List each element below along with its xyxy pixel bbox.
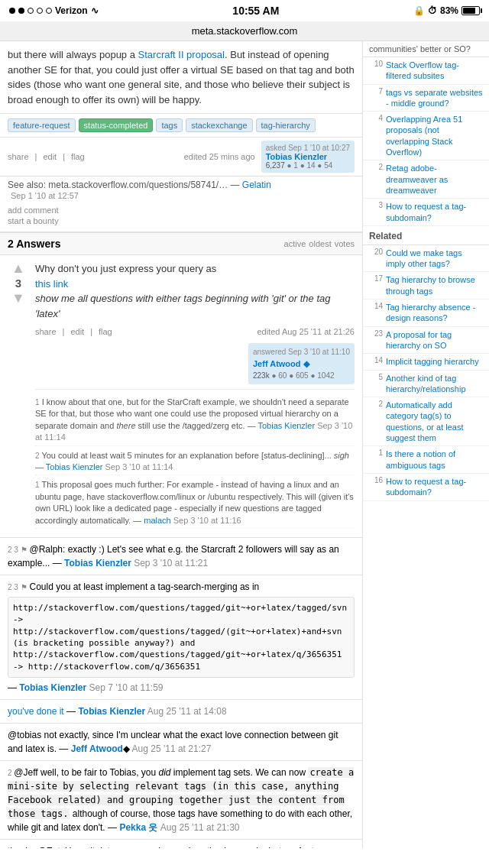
jeff-comment-author[interactable]: Jeff Atwood (71, 743, 123, 754)
sidebar-link-0[interactable]: Stack Overflow tag-filtered subsites (386, 60, 483, 82)
related-item-1: 17 Tag hierarchy to browse through tags (363, 272, 489, 300)
wifi-icon: ∿ (91, 5, 99, 16)
dot2 (18, 8, 24, 14)
tab-active[interactable]: active (284, 239, 306, 248)
sidebar-link-3[interactable]: Retag adobe-dreamweaver as dreamweaver (386, 163, 483, 196)
sidebar-link-1[interactable]: tags vs separate websites - middle groun… (386, 87, 483, 109)
add-comment-link[interactable]: add comment (8, 206, 355, 215)
post-author[interactable]: Tobias Kienzler (266, 152, 327, 161)
comment-author-1-2[interactable]: Tobias Kienzler (46, 462, 103, 471)
tag-tag-hierarchy[interactable]: tag-hierarchy (256, 118, 316, 132)
post-links: add comment start a bounty (0, 202, 362, 232)
tag-tags[interactable]: tags (156, 118, 183, 132)
related-link-1[interactable]: Tag hierarchy to browse through tags (386, 274, 483, 296)
tab-oldest[interactable]: oldest (309, 239, 331, 248)
edit-link[interactable]: edit (43, 152, 57, 161)
comment-num-ralph: 2 3 ⚑ (8, 546, 29, 554)
related-count-6: 2 (369, 400, 383, 408)
comment-author-1-3[interactable]: malach (144, 516, 170, 525)
tag-stackexchange[interactable]: stackexchange (186, 118, 252, 132)
comment-author-ralph[interactable]: Tobias Kienzler (64, 558, 131, 568)
start-bounty-link[interactable]: start a bounty (8, 216, 355, 225)
code-block-1: http://stackoverflow.com/questions/tagge… (8, 597, 355, 678)
sidebar-link-2[interactable]: Overlapping Area 51 proposals (not overl… (386, 114, 483, 157)
comment-1-1: 1 I know about that one, but for the Sta… (35, 395, 355, 446)
main-layout: but there will always popup a Starcraft … (0, 41, 489, 848)
time-display: 10:55 AM (232, 5, 279, 17)
answer-edited: edited Aug 25 '11 at 21:26 (257, 326, 355, 338)
this-link[interactable]: this link (35, 278, 68, 290)
tab-votes[interactable]: votes (335, 239, 355, 248)
vote-down-1[interactable]: ▼ (11, 291, 25, 305)
vote-up-1[interactable]: ▲ (11, 261, 25, 275)
related-link-5[interactable]: Another kind of tag hierarchy/relationsh… (386, 373, 483, 395)
pekka-author[interactable]: Pekka 웃 (119, 822, 157, 833)
comment-author-1-1[interactable]: Tobias Kienzler (258, 421, 316, 430)
related-item-5: 5 Another kind of tag hierarchy/relation… (363, 371, 489, 398)
url-bar[interactable]: meta.stackoverflow.com (0, 21, 489, 41)
answer-author-1[interactable]: Jeff Atwood ◆ (253, 359, 309, 368)
answered-label: answered Sep 3 '10 at 11:10 (253, 346, 350, 358)
answer-2-block: 2 3 ⚑ Could you at least implement a tag… (0, 575, 362, 700)
thanks-text: thanks @Eat. Yes, git+latex was maybe a … (8, 846, 330, 848)
answer-body-1: Why don't you just express your query as… (35, 261, 355, 531)
battery-percent: 83% (440, 5, 458, 16)
sidebar-count-4: 3 (369, 201, 383, 209)
answers-tabs: active oldest votes (284, 239, 355, 248)
sidebar-partial-text: communities' better or SO? (369, 44, 471, 53)
share-link[interactable]: share (8, 152, 29, 161)
related-link-3[interactable]: A proposal for tag hierarchy on SO (386, 329, 483, 351)
sidebar-item-4: 3 How to request a tag-subdomain? (363, 199, 489, 226)
sidebar-item-1: 7 tags vs separate websites - middle gro… (363, 85, 489, 112)
timer-icon: ⏱ (428, 5, 437, 16)
dot4 (37, 8, 43, 14)
related-link-4[interactable]: Implicit tagging hierarchy (386, 356, 479, 367)
dot3 (28, 8, 34, 14)
answer-share-link[interactable]: share (35, 326, 57, 338)
related-item-4: 14 Implicit tagging hierarchy (363, 354, 489, 370)
related-count-4: 14 (369, 356, 383, 364)
related-count-1: 17 (369, 274, 383, 283)
related-link-2[interactable]: Tag hierarchy absence - design reasons? (386, 302, 483, 324)
tag-feature-request[interactable]: feature-request (8, 118, 76, 132)
related-count-8: 16 (369, 476, 383, 484)
dot1 (9, 8, 15, 14)
sidebar-count-3: 2 (369, 163, 383, 171)
related-link-7[interactable]: Is there a notion of ambiguous tags (386, 449, 483, 471)
flag-link[interactable]: flag (71, 152, 85, 161)
answer-1-meta: answered Sep 3 '10 at 11:10 Jeff Atwood … (35, 343, 355, 385)
related-item-2: 14 Tag hierarchy absence - design reason… (363, 300, 489, 327)
divider1: | (35, 152, 37, 161)
starcraft-link[interactable]: Starcraft II proposal (138, 49, 225, 60)
jeff-comment-block: @tobias not exactly, since I'm unclear w… (0, 724, 362, 761)
carrier: Verizon (55, 5, 88, 16)
see-also: See also: meta.stackoverflow.com/questio… (0, 177, 362, 202)
status-left: Verizon ∿ (9, 5, 99, 16)
youve-done-author[interactable]: Tobias Kienzler (78, 706, 145, 717)
lock-icon: 🔒 (413, 5, 425, 16)
comment-num-3: 1 (35, 481, 40, 489)
related-link-0[interactable]: Could we make tags imply other tags? (386, 248, 483, 270)
answer-flag-link[interactable]: flag (99, 326, 112, 338)
answer-edit-link[interactable]: edit (70, 326, 84, 338)
related-link-6[interactable]: Automatically add category tag(s) to que… (386, 400, 483, 443)
comment-num: 1 (35, 398, 40, 406)
answers-header: 2 Answers active oldest votes (0, 232, 362, 255)
answer2-author[interactable]: Tobias Kienzler (19, 682, 86, 693)
tags-row: feature-request status-completed tags st… (0, 114, 362, 138)
related-count-2: 14 (369, 302, 383, 310)
vote-col-1: ▲ 3 ▼ (8, 261, 29, 531)
related-link-8[interactable]: How to request a tag-subdomain? (386, 476, 483, 498)
comment-1-2: 2 You could at least wait 5 minutes for … (35, 449, 355, 476)
gelatin-link[interactable]: Gelatin (242, 180, 271, 190)
related-count-7: 1 (369, 449, 383, 457)
comment-block-ralph: 2 3 ⚑ @Ralph: exactly :) Let's see what … (0, 538, 362, 575)
answer-rep-1: 223k ● 60 ● 605 ● 1042 (253, 370, 350, 381)
related-item-8: 16 How to request a tag-subdomain? (363, 474, 489, 501)
tag-status-completed[interactable]: status-completed (79, 118, 154, 132)
pekka-comment-block: 2 @Jeff well, to be fair to Tobias, you … (0, 761, 362, 840)
related-count-0: 20 (369, 248, 383, 256)
sidebar-count-0: 10 (369, 60, 383, 68)
youve-done-link[interactable]: you've done it (8, 706, 64, 717)
sidebar-link-4[interactable]: How to request a tag-subdomain? (386, 201, 483, 223)
